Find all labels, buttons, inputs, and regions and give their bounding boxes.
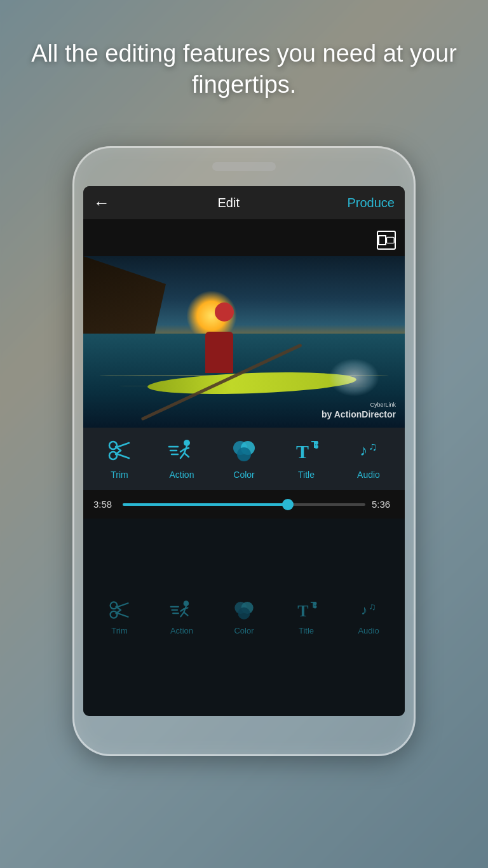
svg-line-29 [117, 613, 128, 617]
slider-thumb[interactable] [282, 499, 294, 510]
svg-point-32 [184, 600, 189, 606]
scissors-icon-dim [107, 598, 132, 622]
phone-speaker [212, 162, 276, 171]
svg-point-43 [238, 607, 250, 620]
title-tool[interactable]: T Title [284, 437, 329, 480]
svg-text:♪: ♪ [360, 442, 367, 459]
action-icon [168, 437, 196, 465]
video-preview-container: CyberLink by ActionDirector [83, 219, 405, 428]
video-thumbnail: CyberLink by ActionDirector [83, 256, 405, 428]
title-icon-dim: T [294, 598, 318, 622]
title-label-dim: Title [299, 626, 314, 635]
watermark-app: by ActionDirector [322, 409, 396, 419]
edit-toolbar: Trim [83, 428, 405, 490]
svg-text:♪: ♪ [361, 602, 367, 617]
svg-point-22 [315, 441, 318, 445]
phone-shell: ← Edit Produce [72, 146, 416, 756]
bottom-toolbar: Trim Action [83, 519, 405, 716]
headline-text: All the editing features you need at you… [31, 40, 457, 98]
action-label-dim: Action [170, 626, 193, 635]
svg-point-7 [184, 440, 190, 446]
svg-point-1 [109, 442, 117, 449]
trim-label: Trim [111, 470, 128, 480]
slider-fill [123, 503, 288, 506]
svg-text:♫: ♫ [369, 440, 377, 453]
svg-point-18 [237, 447, 251, 461]
top-bar: ← Edit Produce [83, 186, 405, 219]
audio-tool-dim[interactable]: ♪ ♫ Audio [346, 598, 391, 635]
color-icon-dim [232, 598, 256, 622]
svg-point-2 [109, 452, 117, 459]
watermark-brand: CyberLink [322, 401, 396, 409]
trim-tool-dim[interactable]: Trim [97, 598, 142, 635]
color-tool-dim[interactable]: Color [222, 598, 266, 635]
svg-line-34 [180, 612, 184, 616]
video-black-bar [83, 219, 405, 256]
title-label: Title [298, 470, 315, 480]
color-label: Color [233, 470, 254, 480]
audio-label: Audio [357, 470, 380, 480]
action-icon-dim [170, 598, 194, 622]
svg-line-10 [184, 453, 189, 457]
svg-text:T: T [297, 602, 308, 620]
screen-title: Edit [218, 196, 240, 210]
headline: All the editing features you need at you… [0, 38, 488, 101]
action-label: Action [170, 470, 194, 480]
svg-point-23 [315, 445, 318, 449]
back-button[interactable]: ← [93, 193, 110, 213]
svg-point-47 [313, 602, 316, 605]
audio-icon-dim: ♪ ♫ [356, 598, 381, 622]
color-label-dim: Color [234, 626, 254, 635]
svg-text:♫: ♫ [369, 601, 376, 612]
time-end: 5:36 [372, 499, 395, 510]
color-tool[interactable]: Color [222, 437, 266, 480]
watermark: CyberLink by ActionDirector [322, 401, 396, 421]
svg-point-48 [313, 605, 316, 608]
time-start: 3:58 [93, 499, 116, 510]
svg-line-12 [184, 448, 189, 449]
audio-tool[interactable]: ♪ ♫ Audio [346, 437, 391, 480]
audio-label-dim: Audio [358, 626, 379, 635]
svg-text:T: T [296, 441, 309, 462]
color-icon [230, 437, 258, 465]
svg-line-9 [180, 453, 184, 458]
svg-line-28 [117, 603, 128, 607]
title-icon: T [292, 437, 320, 465]
svg-line-4 [116, 454, 129, 458]
trim-label-dim: Trim [111, 626, 128, 635]
timeline-bar: 3:58 5:36 [83, 490, 405, 519]
svg-line-35 [184, 612, 187, 615]
action-tool[interactable]: Action [159, 437, 204, 480]
svg-line-37 [184, 608, 187, 609]
svg-line-3 [116, 443, 129, 447]
scissors-icon [105, 437, 133, 465]
svg-point-26 [111, 602, 118, 609]
fullscreen-icon[interactable] [377, 231, 396, 250]
phone-screen: ← Edit Produce [83, 186, 405, 716]
slider-track[interactable] [123, 503, 365, 506]
produce-button[interactable]: Produce [348, 196, 395, 210]
audio-icon: ♪ ♫ [355, 437, 383, 465]
title-tool-dim[interactable]: T Title [284, 598, 329, 635]
action-tool-dim[interactable]: Action [159, 598, 204, 635]
svg-rect-0 [387, 237, 395, 243]
trim-tool[interactable]: Trim [97, 437, 142, 480]
svg-point-27 [111, 611, 118, 618]
